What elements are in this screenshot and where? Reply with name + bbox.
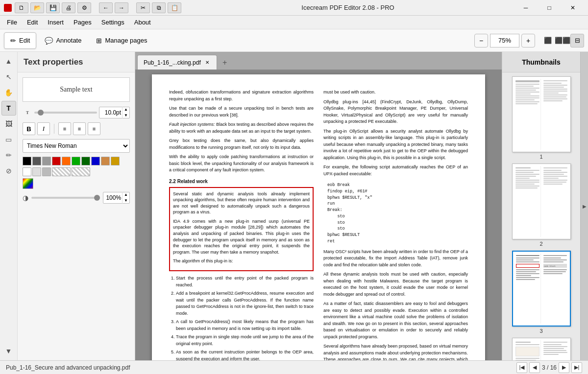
settings-tb-button[interactable]: ⚙	[77, 2, 91, 13]
list-item-5: As soon as the current instruction point…	[176, 349, 314, 360]
thumbnail-page-4[interactable]	[512, 338, 571, 360]
next-page-button[interactable]: ▶	[559, 362, 569, 373]
align-right-button[interactable]: ≡	[88, 122, 100, 135]
close-button[interactable]: ✕	[562, 0, 584, 16]
panel-content: Sample text T ▲ ▼ B I ≡	[18, 72, 135, 360]
pdf-scroll-area[interactable]: Indeed, obfuscation transformations and …	[135, 70, 502, 360]
titlebar-toolbar-buttons: 🗋 📂 💾 🖨 ⚙ ← → ✂ ⧉ 📋	[15, 2, 181, 13]
opacity-up-arrow[interactable]: ▲	[122, 192, 129, 198]
color-picker-swatch[interactable]	[23, 178, 33, 189]
maximize-button[interactable]: □	[538, 0, 561, 16]
single-page-view-icon[interactable]: ⬛	[541, 34, 555, 47]
opacity-input[interactable]	[103, 194, 122, 201]
thumbnail-page-2[interactable]	[512, 164, 571, 239]
align-center-button[interactable]: ≡	[73, 122, 86, 135]
menu-about[interactable]: About	[129, 18, 156, 27]
first-page-button[interactable]: |◀	[516, 362, 527, 373]
menu-file[interactable]: File	[2, 18, 22, 27]
copy-button[interactable]: ⧉	[152, 2, 166, 13]
font-size-input[interactable]	[99, 109, 122, 116]
new-button[interactable]: 🗋	[15, 2, 28, 13]
color-swatch-transparent1[interactable]	[52, 167, 71, 176]
font-family-select[interactable]: Times New Roman Arial Helvetica Courier …	[23, 139, 130, 153]
thumbnail-item-3[interactable]: code block 3	[506, 251, 576, 334]
list-item-2: Add a breakpoint at kernel32.GetProcAddr…	[176, 290, 314, 317]
tab-bar: Pub_1-16_...cking.pdf ✕ +	[135, 52, 502, 70]
zoom-in-button[interactable]: +	[521, 34, 535, 47]
two-page-view-icon[interactable]: ⬛⬛	[556, 34, 569, 47]
thumbnail-item-1[interactable]: 1	[506, 76, 576, 160]
thumbnail-item-4[interactable]: 4	[506, 338, 576, 360]
menu-pages[interactable]: Pages	[69, 18, 97, 27]
color-swatch-blue[interactable]	[91, 157, 100, 165]
color-swatch-brown[interactable]	[101, 157, 110, 165]
color-swatch-orange[interactable]	[62, 157, 71, 165]
color-swatch-green[interactable]	[72, 157, 80, 165]
font-size-down-arrow[interactable]: ▼	[122, 113, 129, 118]
pages-icon: ⊞	[96, 37, 102, 45]
pdf-tab[interactable]: Pub_1-16_...cking.pdf ✕	[137, 55, 217, 70]
list-item-4: Trace the program in single step mode un…	[176, 334, 314, 347]
eraser-icon[interactable]: ⊘	[1, 164, 16, 178]
menu-settings[interactable]: Settings	[97, 18, 129, 27]
scroll-up-icon[interactable]: ▲	[1, 54, 16, 69]
opacity-slider[interactable]	[31, 197, 100, 199]
color-swatch-darkgreen[interactable]	[81, 157, 90, 165]
thumbnail-page-1[interactable]	[512, 76, 571, 152]
thumbnail-page-num-3: 3	[539, 328, 542, 334]
undo-button[interactable]: ←	[99, 2, 113, 13]
thumbnails-scroll[interactable]: 1	[502, 72, 580, 360]
tab-add-button[interactable]: +	[218, 56, 232, 70]
right-panel-toggle[interactable]: ▶	[580, 52, 588, 360]
prev-page-button[interactable]: ◀	[529, 362, 540, 373]
color-swatch-lightgray1[interactable]	[32, 167, 41, 176]
tab-close-button[interactable]: ✕	[204, 59, 211, 66]
draw-tool-icon[interactable]: ✏	[1, 148, 16, 163]
align-left-button[interactable]: ≡	[58, 122, 71, 135]
thumbnail-item-2[interactable]: 2	[506, 164, 576, 247]
opacity-icon: ◑	[23, 194, 28, 202]
scroll-down-icon[interactable]: ▼	[1, 344, 16, 358]
font-size-slider[interactable]	[34, 112, 97, 114]
manage-pages-button[interactable]: ⊞ Manage pages	[90, 32, 153, 49]
rect-tool-icon[interactable]: ▭	[1, 132, 16, 147]
color-swatch-red[interactable]	[52, 157, 61, 165]
menu-insert[interactable]: Insert	[43, 18, 69, 27]
highlight-para2: IDA 4.9 comes with a new plug-in named u…	[173, 218, 310, 256]
text-tool-icon[interactable]: T	[1, 101, 16, 116]
paste-button[interactable]: 📋	[168, 2, 181, 13]
pan-tool-icon[interactable]: ✋	[1, 85, 16, 100]
color-swatch-gold[interactable]	[111, 157, 120, 165]
redo-button[interactable]: →	[115, 2, 128, 13]
last-page-button[interactable]: ▶|	[571, 362, 582, 373]
color-swatches-row2	[23, 167, 130, 176]
color-swatch-darkgray[interactable]	[32, 157, 41, 165]
color-swatch-transparent2[interactable]	[72, 167, 90, 176]
menu-edit[interactable]: Edit	[22, 18, 43, 27]
cut-button[interactable]: ✂	[136, 2, 150, 13]
color-swatch-white[interactable]	[23, 167, 31, 176]
italic-button[interactable]: I	[37, 122, 50, 135]
thumbnail-view-icon[interactable]: ⊟	[570, 34, 584, 47]
print-button[interactable]: 🖨	[62, 2, 75, 13]
minimize-button[interactable]: ─	[514, 0, 537, 16]
annotate-tool-button[interactable]: 💬 Annotate	[38, 32, 88, 49]
color-swatch-lightgray2[interactable]	[42, 167, 51, 176]
zoom-out-button[interactable]: −	[474, 34, 488, 47]
thumbnail-page-3[interactable]: code block	[512, 251, 571, 327]
main-layout: ▲ ↖ ✋ T 🖼 ▭ ✏ ⊘ ▼ Text properties Sample…	[0, 52, 588, 360]
bold-button[interactable]: B	[23, 122, 35, 135]
font-size-up-arrow[interactable]: ▲	[122, 107, 129, 113]
thumbnails-header: Thumbnails	[502, 52, 580, 72]
arrow-tool-icon[interactable]: ↖	[1, 70, 16, 84]
save-button[interactable]: 💾	[46, 2, 60, 13]
thumbnail-page-num-2: 2	[539, 241, 542, 247]
edit-tool-button[interactable]: ✏ Edit	[4, 32, 36, 49]
color-swatch-black[interactable]	[23, 157, 31, 165]
open-button[interactable]: 📂	[30, 2, 44, 13]
color-swatch-gray[interactable]	[42, 157, 51, 165]
zoom-controls: − 75% +	[474, 34, 535, 47]
page-separator: /	[547, 364, 550, 371]
image-tool-icon[interactable]: 🖼	[1, 117, 16, 131]
opacity-down-arrow[interactable]: ▼	[122, 198, 129, 204]
